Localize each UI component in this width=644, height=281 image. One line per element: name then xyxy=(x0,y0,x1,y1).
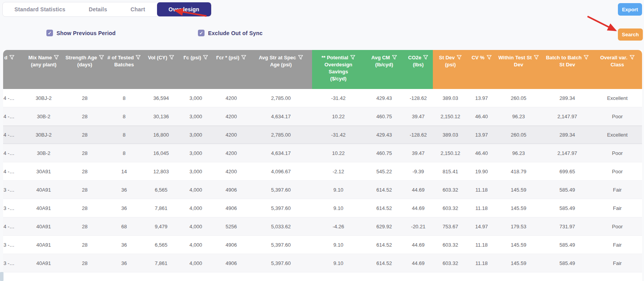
export-button[interactable]: Export xyxy=(618,3,642,16)
cell: Excellent xyxy=(593,89,642,107)
show-previous-period-checkbox[interactable]: ✓ xyxy=(46,30,53,36)
filter-icon[interactable] xyxy=(136,55,141,60)
header-label: St Dev xyxy=(559,62,575,68)
header-label: Class xyxy=(610,62,624,68)
cell: 585.49 xyxy=(542,181,593,199)
filter-icon[interactable] xyxy=(423,55,428,60)
filter-icon[interactable] xyxy=(487,55,492,60)
cell: 28 xyxy=(65,144,105,162)
filter-icon[interactable] xyxy=(630,55,635,60)
header-cell-overall-var-class[interactable]: Overall var.Class xyxy=(593,50,642,89)
cell: 11.18 xyxy=(468,181,495,199)
filter-icon[interactable] xyxy=(169,55,174,60)
table-row[interactable]: 4 -…30B-228830,1363,00042004,634.1710.22… xyxy=(3,107,642,126)
header-cell-f-c-psi[interactable]: f'c (psi) xyxy=(179,50,213,89)
cell: 4 -… xyxy=(3,126,23,144)
table-row[interactable]: 3 -…40A9128366,5654,00049065,397.609.106… xyxy=(3,181,642,199)
filter-icon[interactable] xyxy=(241,55,246,60)
cell: Poor xyxy=(593,107,642,125)
header-cell-st-dev-psi[interactable]: St Dev(psi) xyxy=(433,50,468,89)
cell: 5,397.60 xyxy=(250,236,312,254)
cell: 13.97 xyxy=(468,126,495,144)
scrollbar-thumb[interactable] xyxy=(0,272,4,281)
cell: 753.67 xyxy=(433,217,468,235)
table-row[interactable]: 4 -…40A9128689,4794,00052565,033.62-4.26… xyxy=(3,217,642,236)
tab-details[interactable]: Details xyxy=(77,2,119,16)
exclude-out-of-sync-checkbox[interactable]: ✓ xyxy=(198,30,205,36)
cell: 14.97 xyxy=(468,217,495,235)
show-previous-period-control: ✓ Show Previous Period xyxy=(46,30,116,36)
cell: 460.75 xyxy=(365,144,404,162)
header-cell-cv[interactable]: CV % xyxy=(468,50,495,89)
header-cell-vol-cy[interactable]: Vol (CY) xyxy=(143,50,179,89)
table-row[interactable]: 4 -…30BJ-228836,5943,00042002,785.00-31.… xyxy=(3,89,642,107)
filter-icon[interactable] xyxy=(584,55,589,60)
search-button[interactable]: Search xyxy=(618,28,643,41)
header-label: CV % xyxy=(471,55,484,60)
header-cell-avg-cm-lb-cyd[interactable]: Avg CM(lb/cyd) xyxy=(365,50,404,89)
exclude-out-of-sync-label: Exclude Out of Sync xyxy=(208,30,263,36)
header-cell-potential-overdesign-savings-cyd[interactable]: ** PotentialOverdesignSavings($/cyd) xyxy=(312,50,365,89)
header-cell-d[interactable]: d xyxy=(3,50,23,89)
header-cell-of-tested-batches[interactable]: # of TestedBatches xyxy=(105,50,143,89)
filter-icon[interactable] xyxy=(350,55,355,60)
cell: 30BJ-2 xyxy=(23,126,65,144)
cell: 2,150.12 xyxy=(433,144,468,162)
cell: 3 -… xyxy=(3,199,23,217)
cell: 4,096.67 xyxy=(250,162,312,180)
header-label: Savings xyxy=(329,69,348,75)
cell: 36 xyxy=(105,236,143,254)
cell: 11.18 xyxy=(468,236,495,254)
filter-icon[interactable] xyxy=(203,55,208,60)
filter-icon[interactable] xyxy=(457,55,462,60)
cell: 4,634.17 xyxy=(250,144,312,162)
tab-overdesign[interactable]: Overdesign xyxy=(157,2,211,16)
cell: 4 -… xyxy=(3,217,23,235)
header-label: Batch to Batch xyxy=(546,55,582,60)
cell: 28 xyxy=(65,236,105,254)
cell: 4,000 xyxy=(179,254,213,272)
table-row[interactable]: 3 -…40A9128367,8614,00049065,397.609.106… xyxy=(3,199,642,217)
cell: 30A91 xyxy=(23,162,65,180)
cell: 3 -… xyxy=(3,181,23,199)
header-label: (days) xyxy=(77,62,92,68)
cell: 614.52 xyxy=(365,199,404,217)
header-label: Dev xyxy=(514,62,523,68)
filter-icon[interactable] xyxy=(534,55,539,60)
table-row[interactable]: 4 -…30B-228816,0453,00042004,634.1710.22… xyxy=(3,144,642,162)
header-cell-strength-age-days[interactable]: Strength Age(days) xyxy=(65,50,105,89)
header-cell-avg-str-at-spec-age-psi[interactable]: Avg Str at SpecAge (psi) xyxy=(250,50,312,89)
filter-icon[interactable] xyxy=(54,55,59,60)
cell: 4906 xyxy=(213,236,250,254)
cell: 30BJ-2 xyxy=(23,89,65,107)
cell: 145.59 xyxy=(495,236,542,254)
red-arrow-icon xyxy=(588,16,616,30)
header-cell-batch-to-batch-st-dev[interactable]: Batch to BatchSt Dev xyxy=(542,50,593,89)
filter-icon[interactable] xyxy=(392,55,397,60)
cell: -4.26 xyxy=(312,217,365,235)
filter-icon[interactable] xyxy=(9,55,14,60)
header-label: Age (psi) xyxy=(270,62,292,68)
cell: 603.32 xyxy=(433,199,468,217)
cell: 3,000 xyxy=(179,89,213,107)
filter-icon[interactable] xyxy=(99,55,104,60)
header-label: ** Potential xyxy=(321,55,348,60)
tab-chart[interactable]: Chart xyxy=(119,2,157,16)
cell: -20.21 xyxy=(404,217,433,235)
header-cell-within-test-st-dev[interactable]: Within Test StDev xyxy=(495,50,542,89)
filter-icon[interactable] xyxy=(298,55,303,60)
table-row[interactable]: 4 -…30A91281412,8033,00042004,096.67-2.1… xyxy=(3,162,642,181)
cell: 44.69 xyxy=(404,181,433,199)
cell: 39.47 xyxy=(404,144,433,162)
header-cell-mix-name-any-plant[interactable]: Mix Name(any plant) xyxy=(23,50,65,89)
table-row[interactable]: 4 -…30BJ-228816,8003,00042002,785.00-31.… xyxy=(3,126,642,144)
cell: 14 xyxy=(105,162,143,180)
cell: 614.52 xyxy=(365,254,404,272)
table-row[interactable]: 3 -…40A9128366,5654,00049065,397.609.106… xyxy=(3,236,642,254)
cell: 585.49 xyxy=(542,199,593,217)
header-cell-f-cr-psi[interactable]: f'cr * (psi) xyxy=(213,50,250,89)
cell: Excellent xyxy=(593,126,642,144)
table-row[interactable]: 3 -…40A9128367,8614,00049065,397.609.106… xyxy=(3,254,642,272)
tab-standard-statistics[interactable]: Standard Statistics xyxy=(3,2,77,16)
header-cell-co2e-lbs[interactable]: CO2e(lbs) xyxy=(404,50,433,89)
